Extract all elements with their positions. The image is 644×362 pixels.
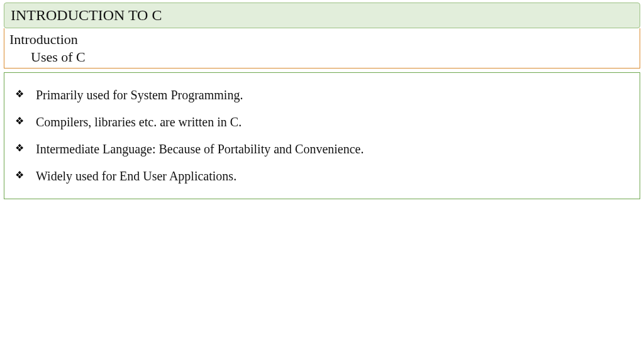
slide: INTRODUCTION TO C Introduction Uses of C… <box>0 3 644 362</box>
bullet-text: Intermediate Language: Because of Portab… <box>36 141 364 158</box>
list-item: ❖ Primarily used for System Programming. <box>9 82 635 109</box>
slide-title: INTRODUCTION TO C <box>11 7 162 23</box>
list-item: ❖ Widely used for End User Applications. <box>9 163 635 190</box>
heading-sub: Uses of C <box>9 48 635 66</box>
bullet-text: Compilers, libraries etc. are written in… <box>36 114 242 131</box>
diamond-bullet-icon: ❖ <box>13 114 26 129</box>
bullet-text: Primarily used for System Programming. <box>36 87 243 104</box>
title-bar: INTRODUCTION TO C <box>4 3 640 28</box>
heading-box: Introduction Uses of C <box>4 28 640 69</box>
diamond-bullet-icon: ❖ <box>13 168 26 183</box>
list-item: ❖ Intermediate Language: Because of Port… <box>9 136 635 163</box>
diamond-bullet-icon: ❖ <box>13 87 26 102</box>
bullet-text: Widely used for End User Applications. <box>36 168 236 185</box>
diamond-bullet-icon: ❖ <box>13 141 26 156</box>
content-box: ❖ Primarily used for System Programming.… <box>4 72 640 199</box>
heading-main: Introduction <box>9 31 635 48</box>
list-item: ❖ Compilers, libraries etc. are written … <box>9 109 635 136</box>
